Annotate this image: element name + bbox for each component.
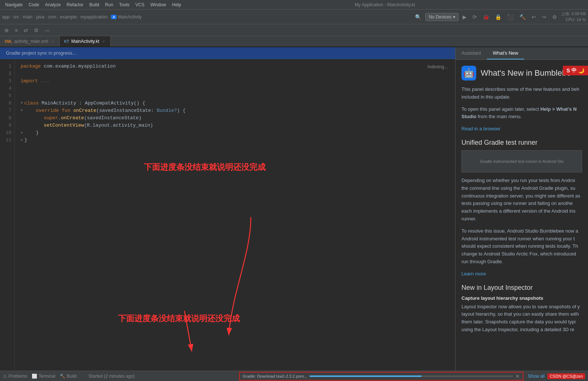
run-icon[interactable]: ▶ bbox=[461, 13, 468, 21]
settings2-icon[interactable]: ⚙ bbox=[32, 26, 41, 34]
settings-icon[interactable]: ⚙ bbox=[550, 13, 559, 21]
code-line-6: ▼ class MainActivity : AppCompatActivity… bbox=[21, 100, 449, 107]
progress-bar-fill bbox=[309, 375, 422, 377]
search-icon[interactable]: 🔍 bbox=[413, 13, 423, 21]
show-all-link[interactable]: Show all bbox=[528, 374, 544, 379]
menu-help[interactable]: Help bbox=[170, 1, 183, 8]
tab-activity-main-close[interactable]: × bbox=[50, 39, 55, 44]
editor-toolbar: ⊕ ≡ ⇄ ⚙ — bbox=[0, 24, 588, 36]
menu-refactor[interactable]: Refactor bbox=[65, 1, 86, 8]
tab-mainactivity-close[interactable]: × bbox=[101, 39, 106, 44]
build-icon[interactable]: 🔨 bbox=[518, 13, 528, 21]
help-link-text: To open this panel again later, select H… bbox=[461, 106, 582, 121]
code-line-2 bbox=[21, 70, 449, 78]
menu-code[interactable]: Code bbox=[26, 1, 41, 8]
code-line-1: package com.example.myapplication bbox=[21, 63, 449, 70]
no-devices-button[interactable]: No Devices ▾ bbox=[425, 13, 458, 21]
bookmark-10: ◈ bbox=[21, 130, 23, 136]
redo-icon[interactable]: ↪ bbox=[540, 13, 548, 21]
code-line-8: super.onCreate(savedInstanceState) bbox=[21, 114, 449, 122]
status-right: Show all CSDN @CS@zen bbox=[528, 373, 585, 379]
tab-activity-main[interactable]: XML activity_main.xml × bbox=[0, 36, 60, 47]
tab-mainactivity[interactable]: KT MainActivity.kt × bbox=[60, 36, 111, 47]
annotation-arrow bbox=[162, 311, 236, 363]
right-panel-tabs: Assistant What's New bbox=[456, 47, 588, 60]
tab-whats-new[interactable]: What's New bbox=[487, 47, 524, 59]
no-devices-label: No Devices bbox=[429, 14, 451, 20]
whats-new-title: What's New in Bumblebe bbox=[481, 68, 571, 78]
read-browser-link[interactable]: Read in a browser bbox=[461, 125, 582, 133]
refresh-icon[interactable]: ⟳ bbox=[471, 13, 479, 21]
menu-bar: Navigate Code Analyze Refactor Build Run… bbox=[0, 0, 588, 10]
toolbar: app › src › main › java › com › example … bbox=[0, 10, 588, 24]
started-text: Started (2 minutes ago) bbox=[89, 374, 135, 379]
menu-build[interactable]: Build bbox=[87, 1, 101, 8]
status-left: ⚠ Problems ⬜ Terminal 🔨 Build bbox=[3, 374, 77, 379]
gradle-learn-more[interactable]: Learn more bbox=[461, 270, 582, 278]
kw-import: import bbox=[21, 78, 38, 85]
line-num-1: 1 bbox=[3, 63, 11, 70]
csdn-badge[interactable]: CSDN @CS@zen bbox=[547, 373, 585, 379]
right-panel-content: 🤖 What's New in Bumblebe This panel desc… bbox=[456, 60, 588, 371]
split-icon[interactable]: ⇄ bbox=[21, 26, 30, 34]
learn-more-anchor[interactable]: Learn more bbox=[461, 271, 486, 277]
debug-icon[interactable]: 🐞 bbox=[481, 13, 491, 21]
main-area: Gradle project sync in progress... 1 2 3… bbox=[0, 47, 588, 371]
menu-navigate[interactable]: Navigate bbox=[3, 1, 25, 8]
breadcrumb-com[interactable]: com bbox=[48, 14, 56, 20]
breadcrumb-sep4: › bbox=[45, 14, 47, 20]
sync-banner[interactable]: Gradle project sync in progress... bbox=[0, 47, 455, 59]
minimize-icon[interactable]: — bbox=[42, 26, 52, 34]
fold-icon-6[interactable]: ▼ bbox=[21, 100, 23, 106]
breadcrumb-sep2: › bbox=[20, 14, 22, 20]
layout-capture-subtitle: Capture layout hierarchy snapshots bbox=[461, 295, 582, 301]
breadcrumb-java[interactable]: java bbox=[36, 14, 44, 20]
breadcrumb-main[interactable]: main bbox=[23, 14, 32, 20]
intro-text: This panel describes some of the new fea… bbox=[461, 86, 582, 101]
breadcrumb-example[interactable]: example bbox=[60, 14, 77, 20]
tab-mainactivity-label: MainActivity.kt bbox=[71, 39, 99, 44]
input-method-badge: S 中 🌙 bbox=[563, 66, 588, 75]
scope-icon[interactable]: ⊕ bbox=[2, 26, 11, 34]
breadcrumb-myapplication[interactable]: myapplication bbox=[80, 14, 107, 20]
progress-container: Gradle: Download txw2-2.3.2.pom... ✕ bbox=[239, 372, 524, 381]
fold-icon-7[interactable]: ▼ bbox=[21, 108, 23, 114]
build-label: Build bbox=[67, 374, 77, 379]
menu-window[interactable]: Window bbox=[148, 1, 169, 8]
package-name: com.example.myapplication bbox=[44, 63, 115, 71]
window-title: My Application - MainActivity.kt bbox=[185, 2, 585, 7]
line-num-6: 6 bbox=[3, 100, 11, 107]
tab-activity-main-label: activity_main.xml bbox=[14, 39, 48, 44]
code-line-9: setContentView(R.layout.activity_main) bbox=[21, 122, 449, 129]
line-num-5: 5 bbox=[3, 92, 11, 100]
status-problems[interactable]: ⚠ Problems bbox=[3, 374, 27, 379]
line-num-4: 4 bbox=[3, 85, 11, 92]
breadcrumb-mainactivity[interactable]: A MainActivity bbox=[111, 14, 142, 20]
line-num-2: 2 bbox=[3, 70, 11, 78]
tab-assistant[interactable]: Assistant bbox=[456, 47, 487, 59]
code-content[interactable]: Indexing... package com.example.myapplic… bbox=[15, 59, 455, 370]
tabs-bar: XML activity_main.xml × KT MainActivity.… bbox=[0, 36, 588, 47]
right-panel: Assistant What's New S 中 🌙 🤖 What's New … bbox=[455, 47, 588, 371]
undo-icon[interactable]: ↩ bbox=[530, 13, 538, 21]
read-browser-anchor[interactable]: Read in a browser bbox=[461, 126, 501, 131]
lock-icon[interactable]: 🔒 bbox=[493, 13, 503, 21]
list-icon[interactable]: ≡ bbox=[13, 26, 20, 34]
progress-cancel-btn[interactable]: ✕ bbox=[515, 373, 520, 379]
breadcrumb-src[interactable]: src bbox=[13, 14, 19, 20]
menu-vcs[interactable]: VCS bbox=[133, 1, 147, 8]
breadcrumb-app[interactable]: app bbox=[2, 14, 10, 20]
status-terminal[interactable]: ⬜ Terminal bbox=[32, 374, 55, 379]
menu-run[interactable]: Run bbox=[103, 1, 115, 8]
gradle-body: Depending on whether you run your tests … bbox=[461, 177, 582, 223]
line-num-11: 11 bbox=[3, 137, 11, 144]
layout-body: Layout Inspector now allows you to save … bbox=[461, 303, 582, 334]
upload-stat: 上传: 3.09 KB bbox=[561, 11, 586, 17]
stop-icon[interactable]: ⬛ bbox=[505, 13, 515, 21]
breadcrumb-sep7: › bbox=[108, 14, 110, 20]
menu-analyze[interactable]: Analyze bbox=[43, 1, 63, 8]
import-dots: ... bbox=[38, 78, 49, 85]
menu-tools[interactable]: Tools bbox=[117, 1, 132, 8]
status-build[interactable]: 🔨 Build bbox=[60, 374, 77, 379]
breadcrumb-sep: › bbox=[11, 14, 12, 20]
